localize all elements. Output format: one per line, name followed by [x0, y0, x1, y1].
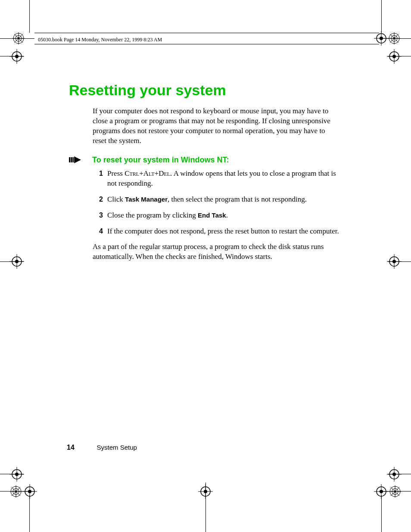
svg-rect-2 — [72, 157, 74, 162]
outro-paragraph: As a part of the regular startup process… — [93, 242, 340, 262]
step-text: Press Ctrl+Alt+Del. A window opens that … — [107, 169, 340, 189]
text-run: Close the program by clicking — [107, 211, 198, 219]
registration-mark-icon — [374, 31, 389, 46]
registration-mark-icon — [198, 484, 213, 499]
step-text: Close the program by clicking End Task. — [107, 211, 340, 221]
step-number: 1 — [93, 169, 103, 178]
step-number: 3 — [93, 211, 103, 220]
svg-rect-1 — [71, 157, 72, 162]
page-title: Resetting your system — [69, 82, 340, 99]
registration-mark-icon — [374, 484, 389, 499]
registration-mark-icon — [9, 254, 24, 269]
step-2: 2 Click Task Manager, then select the pr… — [93, 195, 340, 205]
crop-line — [381, 0, 382, 33]
registration-mark-icon — [9, 49, 24, 64]
intro-paragraph: If your computer does not respond to key… — [93, 106, 340, 146]
rosette-icon — [389, 485, 402, 498]
registration-mark-icon — [22, 484, 37, 499]
page-footer: 14 System Setup — [67, 444, 137, 451]
text-run: , then select the program that is not re… — [168, 195, 307, 203]
step-1: 1 Press Ctrl+Alt+Del. A window opens tha… — [93, 169, 340, 189]
crop-line — [29, 0, 30, 33]
procedure-subhead: To reset your system in Windows NT: — [92, 156, 229, 165]
ui-label: End Task — [198, 212, 226, 219]
rosette-icon — [12, 32, 25, 45]
page-number: 14 — [67, 444, 75, 451]
header-rule-bottom — [34, 44, 379, 44]
svg-rect-0 — [69, 157, 70, 162]
registration-mark-icon — [9, 467, 24, 482]
svg-marker-3 — [74, 156, 81, 163]
crop-line — [29, 495, 30, 532]
registration-mark-icon — [387, 254, 402, 269]
section-name: System Setup — [97, 444, 137, 451]
registration-mark-icon — [387, 49, 402, 64]
step-text: Click Task Manager, then select the prog… — [107, 195, 340, 205]
rosette-icon — [388, 32, 401, 45]
content-block: Resetting your system If your computer d… — [69, 82, 340, 262]
text-run: Press — [107, 169, 125, 177]
ui-label: Task Manager — [125, 196, 168, 203]
subhead-row: To reset your system in Windows NT: — [69, 156, 340, 165]
text-run: . — [226, 211, 228, 219]
step-4: 4 If the computer does not respond, pres… — [93, 227, 340, 236]
rosette-icon — [9, 485, 22, 498]
step-number: 2 — [93, 195, 103, 204]
page: 05030.book Page 14 Monday, November 22, … — [0, 0, 411, 532]
step-number: 4 — [93, 227, 103, 236]
registration-mark-icon — [387, 467, 402, 482]
procedure-arrow-icon — [69, 156, 84, 163]
steps-list: 1 Press Ctrl+Alt+Del. A window opens tha… — [93, 169, 340, 236]
crop-line — [381, 495, 382, 532]
step-text: If the computer does not respond, press … — [107, 227, 340, 236]
text-run: Click — [107, 195, 125, 203]
header-rule-top — [34, 33, 379, 33]
keycap-text: Ctrl+Alt+Del — [125, 169, 170, 177]
step-3: 3 Close the program by clicking End Task… — [93, 211, 340, 221]
header-meta-text: 05030.book Page 14 Monday, November 22, … — [38, 37, 162, 43]
